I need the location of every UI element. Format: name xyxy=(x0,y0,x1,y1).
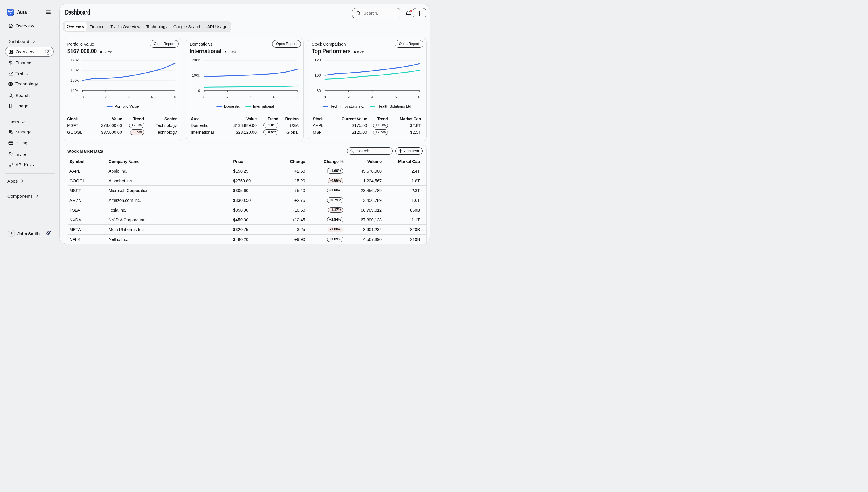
svg-text:2: 2 xyxy=(226,95,229,99)
svg-text:0: 0 xyxy=(81,95,83,99)
svg-text:2: 2 xyxy=(347,95,350,99)
svg-text:6: 6 xyxy=(151,95,153,99)
svg-text:4: 4 xyxy=(128,95,130,99)
svg-text:140k: 140k xyxy=(70,88,79,93)
svg-text:0: 0 xyxy=(203,95,205,99)
svg-text:0: 0 xyxy=(324,95,326,99)
svg-text:150k: 150k xyxy=(70,78,79,82)
svg-text:200k: 200k xyxy=(192,58,200,62)
svg-text:160k: 160k xyxy=(70,68,79,72)
svg-text:4: 4 xyxy=(371,95,373,99)
svg-text:6: 6 xyxy=(273,95,275,99)
svg-text:2: 2 xyxy=(104,95,107,99)
svg-text:4: 4 xyxy=(250,95,252,99)
svg-text:8: 8 xyxy=(418,95,421,99)
svg-text:8: 8 xyxy=(174,95,176,99)
svg-text:100k: 100k xyxy=(192,73,200,77)
svg-text:8: 8 xyxy=(296,95,299,99)
svg-text:6: 6 xyxy=(395,95,397,99)
svg-text:120: 120 xyxy=(314,58,321,62)
svg-text:80: 80 xyxy=(317,88,321,93)
svg-text:170k: 170k xyxy=(70,58,79,62)
svg-text:100: 100 xyxy=(314,73,321,77)
svg-text:0: 0 xyxy=(198,88,200,93)
